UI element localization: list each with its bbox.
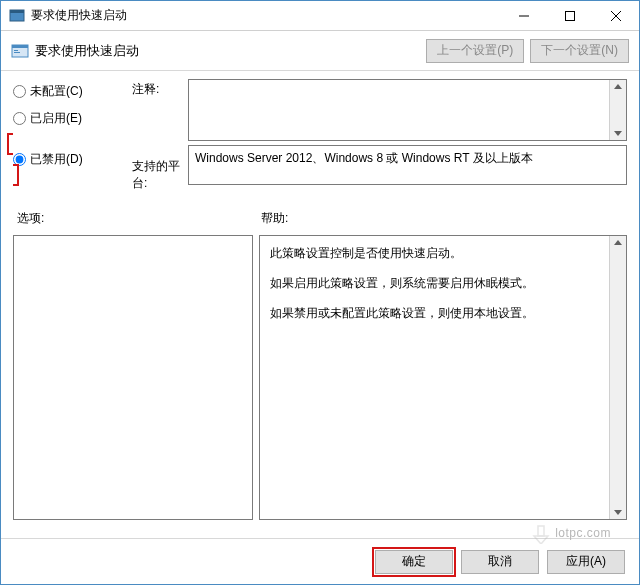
window-controls (501, 1, 639, 30)
dialog-window: 要求使用快速启动 要求使用快速启动 上一个设置(P) 下一个设置(N) 未配置(… (0, 0, 640, 585)
radio-disabled-input[interactable] (13, 153, 26, 166)
radio-disabled[interactable]: 已禁用(D) (13, 151, 128, 168)
options-label: 选项: (13, 210, 261, 227)
minimize-button[interactable] (501, 1, 547, 30)
policy-icon (11, 42, 29, 60)
footer: 确定 取消 应用(A) (1, 538, 639, 584)
panes: 此策略设置控制是否使用快速启动。 如果启用此策略设置，则系统需要启用休眠模式。 … (13, 235, 627, 520)
app-icon (9, 8, 25, 24)
supported-platform-box: Windows Server 2012、Windows 8 或 Windows … (188, 145, 627, 185)
comment-label: 注释: (132, 81, 188, 98)
platform-label: 支持的平台: (132, 158, 188, 192)
maximize-button[interactable] (547, 1, 593, 30)
cancel-button[interactable]: 取消 (461, 550, 539, 574)
radio-disabled-highlight: 已禁用(D) (7, 133, 128, 186)
radio-disabled-label: 已禁用(D) (30, 151, 83, 168)
svg-rect-1 (10, 10, 24, 13)
help-scrollbar[interactable] (609, 236, 626, 519)
svg-rect-8 (14, 50, 18, 51)
apply-button[interactable]: 应用(A) (547, 550, 625, 574)
scrollbar-vertical[interactable] (609, 80, 626, 140)
radio-not-configured-label: 未配置(C) (30, 83, 83, 100)
radio-group: 未配置(C) 已启用(E) 已禁用(D) (13, 79, 128, 192)
titlebar: 要求使用快速启动 (1, 1, 639, 31)
config-row: 未配置(C) 已启用(E) 已禁用(D) 注释: 支持的平台: (13, 79, 627, 192)
supported-platform-text: Windows Server 2012、Windows 8 或 Windows … (195, 151, 533, 165)
help-p3: 如果禁用或未配置此策略设置，则使用本地设置。 (270, 304, 599, 322)
close-button[interactable] (593, 1, 639, 30)
policy-title: 要求使用快速启动 (35, 42, 420, 60)
ok-button[interactable]: 确定 (375, 550, 453, 574)
body: 未配置(C) 已启用(E) 已禁用(D) 注释: 支持的平台: (1, 71, 639, 528)
comment-content (189, 80, 609, 140)
svg-rect-9 (14, 52, 20, 53)
toolbar: 要求使用快速启动 上一个设置(P) 下一个设置(N) (1, 31, 639, 71)
radio-enabled-input[interactable] (13, 112, 26, 125)
help-pane: 此策略设置控制是否使用快速启动。 如果启用此策略设置，则系统需要启用休眠模式。 … (259, 235, 627, 520)
svg-rect-7 (12, 45, 28, 48)
mid-labels: 注释: 支持的平台: (128, 79, 188, 192)
help-p1: 此策略设置控制是否使用快速启动。 (270, 244, 599, 262)
radio-enabled[interactable]: 已启用(E) (13, 110, 128, 127)
help-p2: 如果启用此策略设置，则系统需要启用休眠模式。 (270, 274, 599, 292)
radio-enabled-label: 已启用(E) (30, 110, 82, 127)
radio-not-configured-input[interactable] (13, 85, 26, 98)
right-column: Windows Server 2012、Windows 8 或 Windows … (188, 79, 627, 192)
section-labels: 选项: 帮助: (13, 210, 627, 227)
next-setting-button[interactable]: 下一个设置(N) (530, 39, 629, 63)
window-title: 要求使用快速启动 (31, 7, 501, 24)
help-content: 此策略设置控制是否使用快速启动。 如果启用此策略设置，则系统需要启用休眠模式。 … (260, 236, 609, 519)
svg-rect-3 (566, 11, 575, 20)
help-label: 帮助: (261, 210, 288, 227)
options-content (14, 236, 252, 519)
options-pane[interactable] (13, 235, 253, 520)
comment-textarea[interactable] (188, 79, 627, 141)
prev-setting-button[interactable]: 上一个设置(P) (426, 39, 524, 63)
radio-not-configured[interactable]: 未配置(C) (13, 83, 128, 100)
